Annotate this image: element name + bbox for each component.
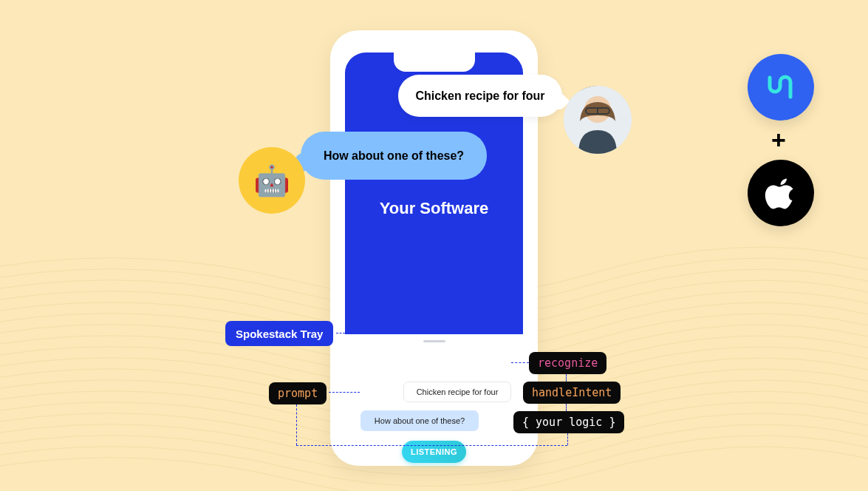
connector-line: [566, 374, 567, 382]
connector-line: [566, 404, 567, 411]
tray-bot-message: How about one of these?: [360, 410, 479, 431]
tray-user-message: Chicken recipe for four: [403, 382, 511, 402]
code-recognize: recognize: [529, 352, 606, 374]
connector-line: [567, 433, 568, 445]
user-speech-bubble: Chicken recipe for four: [398, 75, 562, 117]
code-prompt: prompt: [269, 382, 327, 404]
app-title: Your Software: [345, 199, 523, 218]
plus-icon: +: [771, 126, 786, 155]
user-avatar: [564, 86, 632, 154]
connector-line: [511, 362, 529, 363]
connector-line: [296, 404, 297, 445]
phone-notch: [394, 53, 475, 72]
spokestack-tray[interactable]: Chicken recipe for four How about one of…: [345, 334, 523, 449]
bot-speech-bubble: How about one of these?: [301, 132, 487, 180]
spokestack-logo-icon: [748, 54, 814, 121]
tray-label: Spokestack Tray: [225, 321, 333, 346]
drag-handle-icon[interactable]: [423, 340, 445, 342]
apple-logo-icon: [748, 160, 814, 226]
listening-button[interactable]: LISTENING: [402, 441, 466, 463]
code-your-logic: { your logic }: [513, 411, 624, 433]
code-handle-intent: handleIntent: [523, 382, 621, 404]
connector-line: [296, 445, 567, 446]
connector-line: [329, 392, 360, 393]
bot-avatar-icon: 🤖: [239, 147, 305, 214]
connector-line: [336, 333, 345, 333]
